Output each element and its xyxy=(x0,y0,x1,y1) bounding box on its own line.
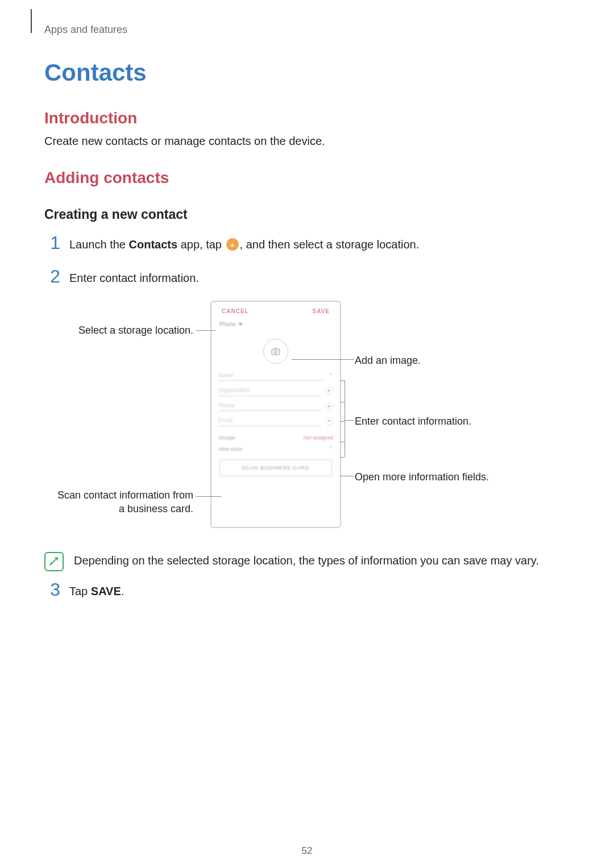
chevron-down-icon: ˅ xyxy=(327,373,333,379)
step-3-text-pre: Tap xyxy=(69,585,91,597)
step-3-text-post: . xyxy=(121,585,125,597)
intro-body: Create new contacts or manage contacts o… xyxy=(44,134,570,149)
field-email-row: Email + xyxy=(218,417,333,426)
leader-line xyxy=(340,442,345,442)
fab-add-icon: + xyxy=(226,238,239,251)
step-1-text-mid: app, tap xyxy=(177,238,225,251)
phone-save: SAVE xyxy=(313,308,330,315)
callout-enter-info: Enter contact information. xyxy=(355,414,471,428)
section-adding-heading: Adding contacts xyxy=(44,167,570,189)
step-1-app: Contacts xyxy=(129,238,178,251)
field-org-row: Organisation + xyxy=(218,387,333,396)
leader-line xyxy=(340,476,354,476)
phone-storage-label: Phone xyxy=(219,321,236,329)
step-1: 1 Launch the Contacts app, tap +, and th… xyxy=(44,234,570,252)
field-name: Name xyxy=(218,372,323,381)
leader-line xyxy=(340,457,345,458)
phone-mock: CANCEL SAVE Phone Name ˅ Organisation + … xyxy=(210,301,341,528)
step-2-num: 2 xyxy=(44,267,60,285)
leader-line xyxy=(196,330,215,331)
page-title: Contacts xyxy=(44,57,570,89)
scan-button: SCAN BUSINESS CARD xyxy=(219,459,332,476)
chevron-down-icon: ˅ xyxy=(327,446,333,452)
leader-line xyxy=(340,421,345,422)
note-block: Depending on the selected storage locati… xyxy=(44,551,570,571)
phone-avatar xyxy=(263,339,288,364)
leader-line xyxy=(196,496,221,497)
breadcrumb: Apps and features xyxy=(44,23,570,36)
header-mark xyxy=(31,9,32,33)
viewmore-label: View more xyxy=(218,446,242,452)
field-name-row: Name ˅ xyxy=(218,372,333,381)
leader-line xyxy=(345,380,345,457)
callout-more-fields: Open more information fields. xyxy=(355,470,489,484)
step-3: 3 Tap SAVE. xyxy=(44,580,570,599)
leader-line xyxy=(292,359,354,360)
phone-cancel: CANCEL xyxy=(222,308,249,315)
callout-storage: Select a storage location. xyxy=(51,323,193,337)
leader-line xyxy=(345,420,354,421)
leader-line xyxy=(340,402,345,402)
step-2-text: Enter contact information. xyxy=(69,267,199,286)
field-phone-row: Phone + xyxy=(218,402,333,412)
leader-line xyxy=(340,380,345,381)
plus-icon: + xyxy=(325,387,333,395)
camera-icon xyxy=(271,346,281,356)
callout-add-image: Add an image. xyxy=(355,354,421,367)
subsection-create-heading: Creating a new contact xyxy=(44,206,570,223)
callout-scan: Scan contact information from a business… xyxy=(51,488,193,516)
note-icon xyxy=(44,552,64,571)
groups-row: Groups Not assigned xyxy=(218,434,333,441)
step-2: 2 Enter contact information. xyxy=(44,267,570,286)
note-text: Depending on the selected storage locati… xyxy=(74,551,539,571)
plus-icon: + xyxy=(325,417,333,425)
svg-point-1 xyxy=(275,350,277,353)
step-1-text-pre: Launch the xyxy=(69,238,129,251)
phone-storage-row: Phone xyxy=(211,318,340,332)
step-1-num: 1 xyxy=(44,234,60,252)
step-3-bold: SAVE xyxy=(91,585,121,597)
plus-icon: + xyxy=(325,402,333,410)
field-org: Organisation xyxy=(218,387,321,396)
svg-rect-0 xyxy=(272,349,280,355)
section-intro-heading: Introduction xyxy=(44,107,570,129)
diagram: CANCEL SAVE Phone Name ˅ Organisation + … xyxy=(51,301,563,539)
viewmore-row: View more ˅ xyxy=(218,446,333,452)
step-1-text-post: , and then select a storage location. xyxy=(240,238,420,251)
dropdown-icon xyxy=(238,323,243,326)
step-3-num: 3 xyxy=(44,580,60,599)
groups-label: Groups xyxy=(218,434,235,441)
field-phone: Phone xyxy=(218,402,321,412)
groups-value: Not assigned xyxy=(303,434,333,441)
field-email: Email xyxy=(218,417,321,426)
page-number: 52 xyxy=(0,845,614,858)
